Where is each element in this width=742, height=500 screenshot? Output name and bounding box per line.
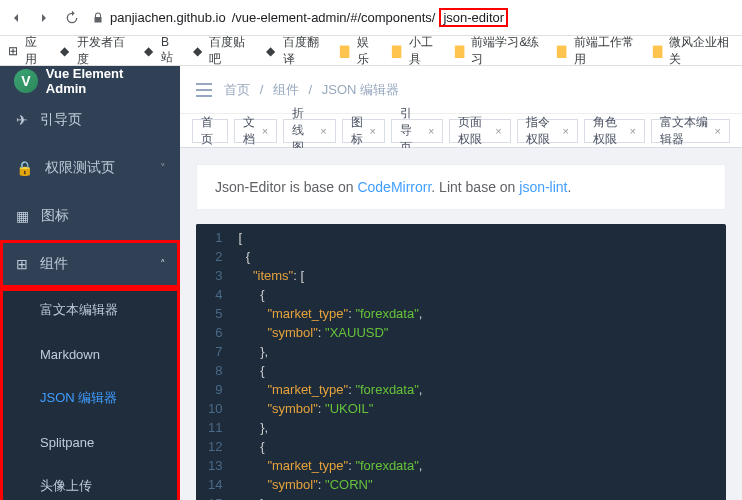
info-note: Json-Editor is base on CodeMirrorr. Lint…	[196, 164, 726, 210]
breadcrumb-group[interactable]: 组件	[273, 82, 299, 97]
logo-icon: V	[14, 69, 38, 93]
sidebar-submenu: 富文本编辑器MarkdownJSON 编辑器Splitpane头像上传	[0, 288, 180, 500]
sidebar-item-2[interactable]: ▦图标	[0, 192, 180, 240]
forward-icon[interactable]	[36, 10, 52, 26]
lock-icon	[92, 12, 104, 24]
sidebar-item-3[interactable]: ⊞组件˄	[0, 240, 180, 288]
submenu-item-4[interactable]: 头像上传	[0, 464, 180, 500]
app-title: Vue Element Admin	[46, 66, 166, 96]
close-icon[interactable]: ×	[370, 125, 376, 137]
url-highlight: json-editor	[441, 10, 506, 25]
tieba-icon: ◆	[193, 44, 206, 58]
folder-icon: ▇	[455, 44, 468, 58]
bookmark-小工具[interactable]: ▇小工具	[392, 34, 441, 68]
chevron-down-icon: ˅	[160, 162, 166, 175]
bookmark-娱乐[interactable]: ▇娱乐	[340, 34, 378, 68]
sidebar-item-label: 图标	[41, 207, 69, 225]
breadcrumb-home[interactable]: 首页	[224, 82, 250, 97]
bookmark-前端工作常用[interactable]: ▇前端工作常用	[557, 34, 638, 68]
tab-6[interactable]: 指令权限×	[517, 119, 578, 143]
sidebar: V Vue Element Admin ✈引导页🔒权限测试页˅▦图标⊞组件˄ 富…	[0, 66, 180, 500]
bookmark-百度翻译[interactable]: ◆百度翻译	[266, 34, 326, 68]
grid-icon: ⊞	[8, 44, 21, 58]
grid4-icon: ⊞	[16, 256, 28, 272]
reload-icon[interactable]	[64, 10, 80, 26]
tab-3[interactable]: 图标×	[342, 119, 385, 143]
back-icon[interactable]	[8, 10, 24, 26]
tab-1[interactable]: 文档×	[234, 119, 277, 143]
tab-7[interactable]: 角色权限×	[584, 119, 645, 143]
content: Json-Editor is base on CodeMirrorr. Lint…	[180, 148, 742, 500]
close-icon[interactable]: ×	[630, 125, 636, 137]
bookmarks-bar: ⊞应用◆开发者百度◆B站◆百度贴吧◆百度翻译▇娱乐▇小工具▇前端学习&练习▇前端…	[0, 36, 742, 66]
tab-5[interactable]: 页面权限×	[449, 119, 510, 143]
bookmark-B站[interactable]: ◆B站	[144, 35, 178, 66]
sidebar-item-label: 组件	[40, 255, 68, 273]
submenu-item-2[interactable]: JSON 编辑器	[0, 376, 180, 420]
hamburger-icon[interactable]	[196, 83, 212, 97]
tabs-bar: 首页文档×折线图×图标×引导页×页面权限×指令权限×角色权限×富文本编辑器×	[180, 114, 742, 148]
bookmark-应用[interactable]: ⊞应用	[8, 34, 46, 68]
bookmark-前端学习&练习[interactable]: ▇前端学习&练习	[455, 34, 544, 68]
chevron-up-icon: ˄	[160, 258, 166, 271]
folder-icon: ▇	[392, 44, 405, 58]
browser-toolbar: panjiachen.github.io/vue-element-admin/#…	[0, 0, 742, 36]
url-host: panjiachen.github.io	[110, 10, 226, 25]
submenu-item-3[interactable]: Splitpane	[0, 420, 180, 464]
close-icon[interactable]: ×	[320, 125, 326, 137]
editor-gutter: 12345678910111213141516171819	[196, 224, 230, 500]
tab-4[interactable]: 引导页×	[391, 119, 443, 143]
submenu-item-0[interactable]: 富文本编辑器	[0, 288, 180, 332]
close-icon[interactable]: ×	[262, 125, 268, 137]
address-bar[interactable]: panjiachen.github.io/vue-element-admin/#…	[92, 10, 734, 25]
editor-code[interactable]: [ { "items": [ { "market_type": "forexda…	[230, 224, 430, 500]
sidebar-item-1[interactable]: 🔒权限测试页˅	[0, 144, 180, 192]
folder-icon: ▇	[557, 44, 570, 58]
url-path: /vue-element-admin/#/components/	[232, 10, 436, 25]
sidebar-item-label: 权限测试页	[45, 159, 115, 177]
fanyi-icon: ◆	[266, 44, 279, 58]
json-editor[interactable]: 12345678910111213141516171819 [ { "items…	[196, 224, 726, 500]
close-icon[interactable]: ×	[495, 125, 501, 137]
bili-icon: ◆	[144, 44, 156, 58]
link-jsonlint[interactable]: json-lint	[519, 179, 567, 195]
submenu-item-1[interactable]: Markdown	[0, 332, 180, 376]
baidu-icon: ◆	[60, 44, 73, 58]
bookmark-百度贴吧[interactable]: ◆百度贴吧	[193, 34, 253, 68]
close-icon[interactable]: ×	[428, 125, 434, 137]
close-icon[interactable]: ×	[562, 125, 568, 137]
breadcrumb: 首页 / 组件 / JSON 编辑器	[224, 81, 399, 99]
main-area: 首页 / 组件 / JSON 编辑器 首页文档×折线图×图标×引导页×页面权限×…	[180, 66, 742, 500]
sidebar-item-0[interactable]: ✈引导页	[0, 96, 180, 144]
bookmark-微风企业相关[interactable]: ▇微风企业相关	[653, 34, 734, 68]
breadcrumb-row: 首页 / 组件 / JSON 编辑器	[180, 66, 742, 114]
tab-2[interactable]: 折线图×	[283, 119, 335, 143]
folder-icon: ▇	[653, 44, 666, 58]
breadcrumb-current: JSON 编辑器	[322, 82, 399, 97]
tab-8[interactable]: 富文本编辑器×	[651, 119, 730, 143]
link-codemirror[interactable]: CodeMirrorr	[357, 179, 431, 195]
sidebar-logo[interactable]: V Vue Element Admin	[0, 66, 180, 96]
lock-icon: 🔒	[16, 160, 33, 176]
close-icon[interactable]: ×	[715, 125, 721, 137]
folder-icon: ▇	[340, 44, 353, 58]
tab-0[interactable]: 首页	[192, 119, 228, 143]
paper-plane-icon: ✈	[16, 112, 28, 128]
bookmark-开发者百度[interactable]: ◆开发者百度	[60, 34, 130, 68]
icons-icon: ▦	[16, 208, 29, 224]
sidebar-item-label: 引导页	[40, 111, 82, 129]
